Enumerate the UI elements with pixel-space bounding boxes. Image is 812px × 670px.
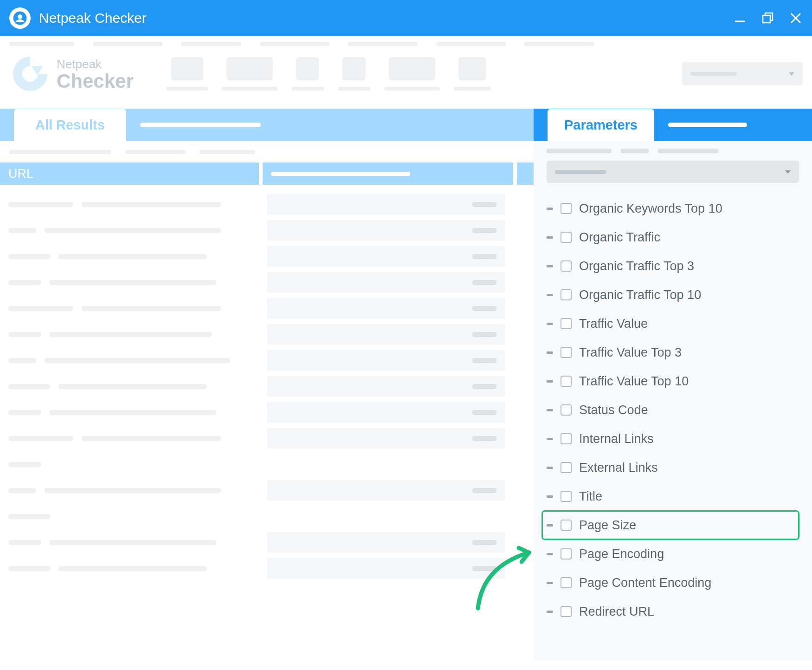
parameter-item[interactable]: Organic Traffic Top 3 (547, 252, 799, 280)
collapse-icon[interactable] (547, 265, 553, 267)
table-row[interactable] (0, 347, 534, 373)
checkbox[interactable] (561, 404, 572, 416)
parameter-item[interactable]: Page Encoding (547, 540, 799, 568)
parameter-item[interactable]: Internal Links (547, 424, 799, 453)
parameter-item[interactable]: Page Content Encoding (547, 568, 799, 597)
collapse-icon[interactable] (547, 323, 553, 325)
table-row[interactable] (0, 269, 534, 295)
parameter-label: Page Content Encoding (579, 576, 711, 590)
toolbar-button[interactable] (338, 57, 370, 91)
app-title: Netpeak Checker (39, 10, 147, 26)
menubar (0, 36, 812, 49)
table-row[interactable] (0, 191, 534, 217)
parameter-item[interactable]: Redirect URL (547, 597, 799, 626)
table-row[interactable] (0, 451, 534, 477)
toolbar-button[interactable] (166, 57, 208, 91)
checkbox[interactable] (561, 433, 572, 444)
collapse-icon[interactable] (547, 611, 553, 613)
checkbox[interactable] (561, 606, 572, 617)
parameter-item[interactable]: Traffic Value Top 3 (547, 338, 799, 367)
checkbox[interactable] (561, 289, 572, 300)
collapse-icon[interactable] (547, 409, 553, 411)
collapse-icon[interactable] (547, 553, 553, 555)
parameter-item[interactable]: Page Size (542, 511, 799, 540)
table-row[interactable] (0, 321, 534, 347)
checkbox[interactable] (561, 577, 572, 588)
table-body (0, 185, 534, 581)
table-row[interactable] (0, 295, 534, 321)
parameter-list: Organic Keywords Top 10 Organic Traffic … (547, 194, 799, 626)
parameters-tabs: Parameters (534, 109, 812, 141)
table-row[interactable] (0, 503, 534, 529)
logo-maintext: Checker (57, 72, 134, 91)
toolbar-dropdown[interactable] (682, 62, 803, 85)
checkbox[interactable] (561, 462, 572, 473)
parameter-label: Traffic Value Top 3 (579, 345, 682, 360)
table-row[interactable] (0, 373, 534, 399)
parameter-item[interactable]: Title (547, 482, 799, 511)
table-row[interactable] (0, 243, 534, 269)
titlebar: Netpeak Checker (0, 0, 812, 36)
checkbox[interactable] (561, 203, 572, 214)
collapse-icon[interactable] (547, 467, 553, 469)
collapse-icon[interactable] (547, 294, 553, 296)
tab-parameters[interactable]: Parameters (548, 109, 654, 141)
tab-placeholder[interactable] (140, 123, 261, 127)
parameter-label: Title (579, 489, 602, 504)
checkbox[interactable] (561, 376, 572, 387)
parameter-label: Organic Traffic Top 3 (579, 259, 694, 273)
parameter-label: Organic Traffic (579, 230, 660, 245)
column-placeholder[interactable] (263, 163, 513, 185)
toolbar: Netpeak Checker (0, 49, 812, 109)
toolbar-button[interactable] (384, 57, 440, 91)
table-row[interactable] (0, 477, 534, 503)
maximize-button[interactable] (761, 11, 775, 25)
parameter-label: Status Code (579, 403, 648, 417)
checkbox[interactable] (561, 318, 572, 329)
table-row[interactable] (0, 425, 534, 451)
tab-placeholder[interactable] (668, 123, 747, 127)
column-url[interactable]: URL (0, 163, 259, 185)
collapse-icon[interactable] (547, 236, 553, 239)
table-row[interactable] (0, 555, 534, 581)
svg-point-1 (18, 14, 22, 19)
parameter-label: Traffic Value Top 10 (579, 374, 689, 389)
app-icon (9, 7, 31, 29)
collapse-icon[interactable] (547, 438, 553, 440)
parameter-item[interactable]: Traffic Value (547, 309, 799, 338)
toolbar-button[interactable] (291, 57, 324, 91)
collapse-icon[interactable] (547, 582, 553, 584)
parameter-label: Internal Links (579, 432, 654, 446)
parameter-item[interactable]: External Links (547, 453, 799, 482)
collapse-icon[interactable] (547, 208, 553, 210)
checkbox[interactable] (561, 520, 572, 531)
parameter-item[interactable]: Traffic Value Top 10 (547, 367, 799, 396)
checkbox[interactable] (561, 232, 572, 243)
toolbar-button[interactable] (222, 57, 277, 91)
table-row[interactable] (0, 529, 534, 555)
checkbox[interactable] (561, 548, 572, 559)
parameter-item[interactable]: Organic Traffic (547, 223, 799, 252)
table-row[interactable] (0, 399, 534, 425)
parameter-label: Organic Traffic Top 10 (579, 288, 701, 302)
logo: Netpeak Checker (9, 53, 134, 95)
collapse-icon[interactable] (547, 495, 553, 498)
toolbar-button[interactable] (454, 57, 491, 91)
parameter-item[interactable]: Status Code (547, 396, 799, 424)
tab-all-results[interactable]: All Results (14, 109, 126, 141)
collapse-icon[interactable] (547, 380, 553, 383)
parameter-label: Page Encoding (579, 547, 664, 561)
table-row[interactable] (0, 217, 534, 243)
collapse-icon[interactable] (547, 524, 553, 527)
checkbox[interactable] (561, 491, 572, 502)
close-button[interactable] (789, 11, 803, 25)
checkbox[interactable] (561, 347, 572, 358)
parameter-item[interactable]: Organic Traffic Top 10 (547, 280, 799, 309)
parameter-item[interactable]: Organic Keywords Top 10 (547, 194, 799, 223)
parameters-filter-dropdown[interactable] (547, 161, 799, 183)
parameter-label: External Links (579, 461, 658, 475)
collapse-icon[interactable] (547, 351, 553, 354)
checkbox[interactable] (561, 260, 572, 272)
minimize-button[interactable] (733, 11, 747, 25)
column-placeholder[interactable] (517, 163, 534, 185)
